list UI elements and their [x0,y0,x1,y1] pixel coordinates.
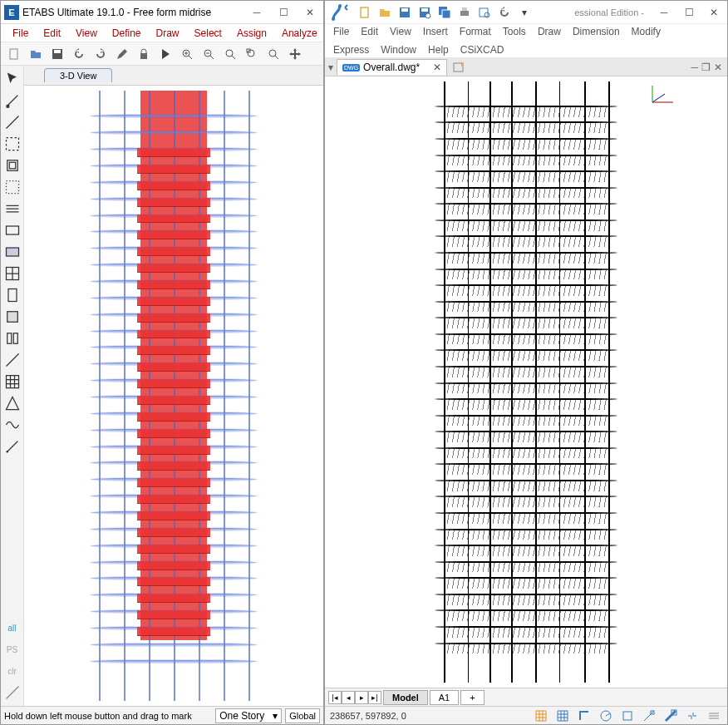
line-icon[interactable] [4,114,21,131]
undo-icon[interactable] [71,46,87,62]
snap-clr-icon[interactable]: clr [4,663,21,679]
qat-redo-dropdown-icon[interactable]: ▾ [516,4,533,21]
grid-icon[interactable] [4,373,21,390]
run-icon[interactable] [157,46,174,62]
new-tab-icon[interactable] [450,59,467,76]
qat-open-icon[interactable] [376,4,393,21]
pan-icon[interactable] [287,46,303,62]
edit-line-icon[interactable] [4,438,21,455]
cad-menu-window[interactable]: Window [376,42,421,57]
cad-maximize-button[interactable]: ☐ [679,4,699,21]
save-icon[interactable] [49,46,66,62]
pencil-icon[interactable] [114,46,130,62]
doc-tab-close-icon[interactable]: ✕ [433,62,441,73]
wave-icon[interactable] [4,417,21,433]
view-tab-3d[interactable]: 3-D View [44,68,112,82]
coord-sys-selector[interactable]: Global [285,708,320,723]
status-otrack-icon[interactable] [641,708,657,724]
cad-menu-tools[interactable]: Tools [498,24,531,39]
sheet-tab-add[interactable]: + [460,690,484,705]
draw-floor2-icon[interactable] [4,244,21,260]
cad-menu-draw[interactable]: Draw [533,24,566,39]
qat-preview-icon[interactable] [476,4,493,21]
mdi-close-icon[interactable]: ✕ [714,62,722,73]
cad-menu-format[interactable]: Format [455,24,496,39]
snap-end-icon[interactable] [4,684,21,701]
menu-edit[interactable]: Edit [37,26,67,41]
zoom-window-icon[interactable] [243,46,260,62]
draw-wall2-icon[interactable] [4,308,21,325]
sections-icon[interactable] [4,287,21,303]
menu-assign[interactable]: Assign [230,26,273,41]
snap-all-icon[interactable]: all [4,619,21,636]
cad-menu-dimension[interactable]: Dimension [568,24,625,39]
qat-print-icon[interactable] [456,4,473,21]
menu-define[interactable]: Define [106,26,148,41]
sheet-tab-a1[interactable]: A1 [430,690,459,705]
maximize-button[interactable]: ☐ [273,4,293,21]
open-icon[interactable] [27,46,44,62]
status-osnap-icon[interactable] [619,708,636,724]
sheet-nav-last-icon[interactable]: ▸| [368,691,381,704]
dimension-icon[interactable] [4,395,21,412]
menu-analyze[interactable]: Analyze [275,26,324,41]
draw-floor-icon[interactable] [4,222,21,239]
sheet-nav-first-icon[interactable]: |◂ [328,691,342,704]
cad-menu-view[interactable]: View [385,24,416,39]
qat-new-icon[interactable] [357,4,373,21]
close-button[interactable]: ✕ [300,4,320,21]
sheet-nav-prev-icon[interactable]: ◂ [342,691,355,704]
draw-beam-icon[interactable] [4,136,21,152]
qat-save-icon[interactable] [396,4,413,21]
story-selector[interactable]: One Story▾ [215,708,282,723]
qat-saveall-icon[interactable] [436,4,453,21]
cad-menu-csixcad[interactable]: CSiXCAD [455,42,509,57]
doc-tab-overall[interactable]: DWG Overall.dwg* ✕ [337,59,447,75]
draw-secondary-icon[interactable] [4,200,21,217]
cad-menu-edit[interactable]: Edit [356,24,383,39]
menu-select[interactable]: Select [188,26,229,41]
cad-menu-modify[interactable]: Modify [627,24,666,39]
status-snap-icon[interactable] [554,708,571,724]
cad-close-button[interactable]: ✕ [704,4,724,21]
tabs-chevron-left-icon[interactable]: ▾ [325,62,337,73]
lock-icon[interactable] [135,46,152,62]
draw-wallstack-icon[interactable] [4,330,21,347]
cad-menu-express[interactable]: Express [328,42,374,57]
etabs-3d-canvas[interactable] [24,86,323,706]
cad-minimize-button[interactable]: ─ [654,4,674,21]
cad-canvas[interactable] [325,76,727,688]
redo-icon[interactable] [92,46,109,62]
zoom-prev-icon[interactable] [265,46,282,62]
pointer-icon[interactable] [4,71,21,87]
minimize-button[interactable]: ─ [247,4,267,21]
sheet-tab-model[interactable]: Model [383,690,428,705]
cad-menu-insert[interactable]: Insert [418,24,453,39]
draw-wall-icon[interactable] [4,265,21,282]
zoom-out-icon[interactable] [200,46,217,62]
zoom-extents-icon[interactable] [222,46,239,62]
new-icon[interactable] [6,46,22,62]
menu-file[interactable]: File [6,26,35,41]
status-ortho-icon[interactable] [576,708,593,724]
status-dyn-icon[interactable] [684,708,701,724]
status-grid-icon[interactable] [533,708,549,724]
mdi-minimize-icon[interactable]: ─ [691,62,698,73]
qat-undo-icon[interactable] [496,4,513,21]
status-polar-icon[interactable] [598,708,614,724]
draw-brace-icon[interactable] [4,179,21,195]
status-more-icon[interactable] [706,708,722,724]
qat-saveas-icon[interactable] [416,4,433,21]
cad-menu-help[interactable]: Help [423,42,454,57]
menu-draw[interactable]: Draw [150,26,186,41]
draw-column-icon[interactable] [4,157,21,174]
status-lwt-icon[interactable] [662,708,679,724]
snap-ps-icon[interactable]: PS [4,641,21,658]
sheet-nav-next-icon[interactable]: ▸ [355,691,368,704]
menu-view[interactable]: View [69,26,104,41]
zoom-in-icon[interactable] [179,46,195,62]
cad-menu-file[interactable]: File [328,24,354,39]
draw-line2-icon[interactable] [4,352,21,368]
mdi-restore-icon[interactable]: ❐ [701,62,711,73]
reshape-icon[interactable] [4,92,21,109]
